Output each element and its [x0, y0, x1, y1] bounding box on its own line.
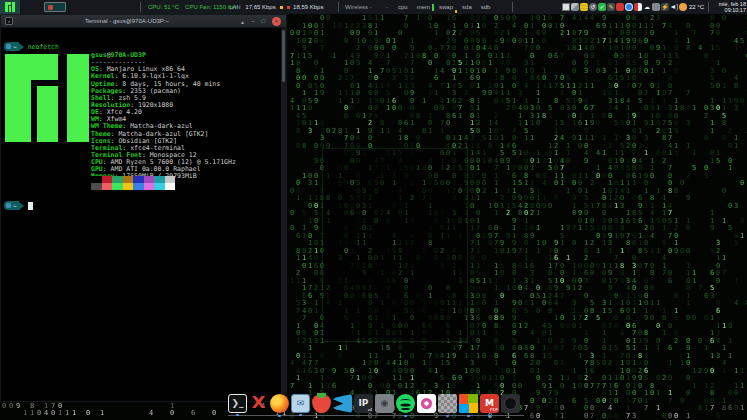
palette-swatch	[165, 176, 176, 183]
dock-terminal[interactable]: ❯_	[228, 394, 247, 413]
dock-masterpdf[interactable]: MPDF	[480, 394, 499, 413]
monitor-sda[interactable]: sda	[462, 4, 472, 10]
palette-row-normal	[91, 176, 175, 183]
monitor-cpu[interactable]: cpu	[398, 4, 408, 10]
lan-monitor[interactable]: LAN 17,65 Kbps 18,59 Kbps	[229, 4, 323, 10]
dock-strawberry[interactable]	[312, 394, 331, 413]
palette-swatch	[154, 183, 165, 190]
manjaro-logo-icon	[5, 2, 15, 12]
battery-icon[interactable]: ⚡	[661, 3, 669, 11]
browser-icon[interactable]	[625, 3, 633, 11]
notes-icon[interactable]	[580, 3, 588, 11]
shade-button[interactable]: ▴	[241, 18, 244, 25]
display-icon[interactable]	[562, 3, 570, 11]
monitor-sdb[interactable]: sdb	[481, 4, 491, 10]
terminal-color-palette	[91, 176, 175, 190]
palette-swatch	[154, 176, 165, 183]
palette-swatch	[123, 176, 134, 183]
palette-swatch	[144, 176, 155, 183]
shell-prompt: ~ neofetch	[4, 42, 59, 51]
terminal-body[interactable]: ~ neofetch gsus@970A-UD3P--------------O…	[1, 28, 286, 401]
palette-swatch	[91, 183, 102, 190]
palette-swatch	[133, 183, 144, 190]
dock-speakerbox[interactable]: ◉	[375, 394, 394, 413]
wireless-label[interactable]: Wireless -	[345, 4, 372, 10]
dock-firefox[interactable]	[270, 394, 289, 413]
running-indicator	[404, 415, 407, 417]
updates-icon[interactable]: ↺	[589, 3, 597, 11]
clock-time: 09:10:17	[719, 7, 746, 13]
running-indicator	[278, 415, 281, 417]
palette-swatch	[144, 183, 155, 190]
editor-icon[interactable]: ✎	[607, 3, 615, 11]
monitor-swap[interactable]: swap	[439, 4, 453, 10]
palette-swatch	[91, 176, 102, 183]
dock-mail[interactable]: ✉	[291, 394, 310, 413]
dock: ❯_X✉IPv4◉MPDF	[228, 394, 520, 413]
running-indicator	[236, 414, 239, 416]
palette-swatch	[112, 183, 123, 190]
text-cursor	[28, 202, 33, 210]
panel-divider	[338, 2, 339, 12]
panel-monitors: cpumemswapsdasdb	[398, 4, 499, 10]
wireless-value: -	[386, 4, 388, 10]
dock-red-x-app[interactable]: X	[249, 394, 268, 413]
running-indicator	[488, 415, 491, 417]
dock-ipscanner[interactable]: IPv4	[354, 394, 373, 413]
settings-icon[interactable]	[652, 3, 660, 11]
terminal-titlebar[interactable]: › Terminal - gsus@970A-UD3P:~ ▴ – □ ×	[1, 15, 286, 28]
dock-photos[interactable]	[417, 394, 436, 413]
command-text: neofetch	[28, 43, 59, 51]
prompt-path: ~	[13, 202, 17, 209]
home-icon	[6, 44, 11, 49]
panel-divider	[140, 2, 141, 12]
prompt-arrow-icon	[19, 43, 24, 51]
shell-prompt: ~	[4, 201, 33, 210]
scrollbar-thumb[interactable]	[282, 30, 285, 82]
clipboard-icon[interactable]	[571, 3, 579, 11]
prompt-arrow-icon	[19, 202, 24, 210]
home-icon	[6, 203, 11, 208]
monitor-mem[interactable]: mem	[417, 4, 430, 10]
running-indicator	[299, 414, 302, 416]
running-indicator	[467, 415, 470, 417]
maximize-button[interactable]: □	[261, 18, 265, 24]
palette-swatch	[133, 176, 144, 183]
dock-grid[interactable]	[438, 394, 457, 413]
weather-sun-icon[interactable]	[679, 3, 687, 11]
dock-shelf	[228, 415, 524, 416]
workspace-pager[interactable]	[44, 2, 66, 12]
manjaro-ascii-logo	[5, 54, 89, 142]
palette-swatch	[123, 183, 134, 190]
panel-divider	[708, 2, 709, 12]
palette-swatch	[102, 176, 113, 183]
dock-lens[interactable]	[501, 394, 520, 413]
manjaro-menu-button[interactable]	[0, 0, 20, 14]
cpu-temp: CPU: 51 °C	[148, 4, 179, 10]
dock-msoffice[interactable]	[459, 394, 478, 413]
minimize-button[interactable]: –	[251, 18, 254, 24]
cloud-icon[interactable]: ☁	[643, 3, 651, 11]
desktop: CPU: 51 °CCPU Fan: 1150 rpm LAN 17,65 Kb…	[0, 0, 747, 420]
volume-icon[interactable]: ◄)	[670, 3, 678, 11]
lan-up-speed: 18,59 Kbps	[293, 4, 323, 10]
terminal-scrollbar[interactable]	[281, 28, 286, 401]
lan-activity-led	[287, 6, 290, 9]
dock-spotify[interactable]	[396, 394, 415, 413]
workspace-thumbnail	[48, 5, 53, 10]
weather-temperature[interactable]: 22 °C	[689, 4, 704, 10]
lan-activity-led	[280, 6, 283, 9]
prompt-path: ~	[13, 43, 17, 50]
window-title: Terminal - gsus@970A-UD3P:~	[13, 18, 241, 24]
lan-label: LAN	[229, 4, 241, 10]
palette-swatch	[165, 183, 176, 190]
shield-icon[interactable]: ✓	[598, 3, 606, 11]
close-button[interactable]: ×	[272, 17, 281, 26]
palette-row-bright	[91, 183, 175, 190]
dock-vscode[interactable]	[333, 394, 352, 413]
downloader-icon[interactable]	[634, 3, 642, 11]
neofetch-output: gsus@970A-UD3P--------------OS: Manjaro …	[91, 52, 236, 181]
redshift-icon[interactable]	[616, 3, 624, 11]
panel-clock[interactable]: mié, feb 18 09:10:17	[719, 1, 746, 13]
tray: ↺✓✎☁⚡◄)	[562, 2, 687, 12]
